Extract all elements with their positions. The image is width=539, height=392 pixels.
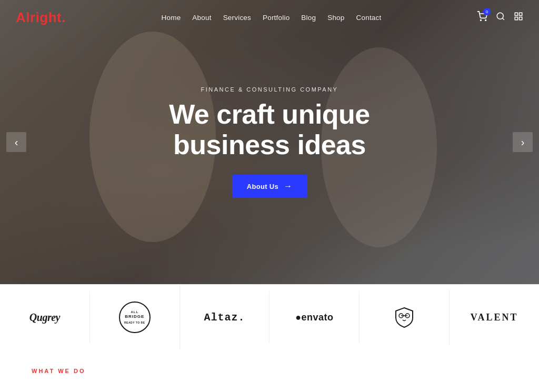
brand-logo-bar: Qugrey ALL BRIDGE READY TO BE Altaz. ●en… [0,284,539,350]
hero-title: We craft unique business ideas [122,99,417,160]
svg-rect-4 [515,13,517,15]
hero-prev-button[interactable]: ‹ [6,132,26,152]
svg-rect-5 [520,13,522,15]
nav-shop[interactable]: Shop [327,14,344,22]
brand-logo-envato: ●envato [270,291,360,344]
site-logo[interactable]: Alright. [16,9,66,26]
section-label-what-we-do: What We Do [32,368,86,374]
hero-subtitle: Finance & Consulting Company [122,86,417,93]
brand-logo-altaz: Altaz. [180,291,270,344]
brand-logo-qugrey: Qugrey [0,291,90,344]
shield-brand-icon [393,306,415,328]
grid-icon[interactable] [514,12,523,24]
brand-logo-shield [360,289,450,345]
hero-content: Finance & Consulting Company We craft un… [122,86,417,198]
svg-rect-7 [520,17,522,20]
nav-portfolio[interactable]: Portfolio [263,14,290,22]
nav-contact[interactable]: Contact [356,14,382,22]
svg-line-3 [502,18,504,19]
hero-next-button[interactable]: › [513,132,533,152]
svg-rect-6 [515,17,517,20]
arrow-icon: → [284,182,292,191]
cart-badge: 0 [483,8,491,15]
hero-cta-label: About Us [247,183,278,190]
logo-text: Alright [16,9,62,25]
nav-services[interactable]: Services [223,14,251,22]
what-we-do-section: What We Do [0,350,539,380]
brand-logo-allbridge: ALL BRIDGE READY TO BE [90,285,180,350]
brand-logo-valent: VALENT [450,291,539,344]
logo-dot: . [62,9,66,25]
search-icon[interactable] [496,12,505,24]
nav-about[interactable]: About [192,14,211,22]
svg-point-1 [485,20,486,21]
cart-icon[interactable]: 0 [477,11,487,24]
svg-point-0 [481,20,482,21]
nav-home[interactable]: Home [162,14,181,22]
main-nav: Home About Services Portfolio Blog Shop … [162,14,382,22]
svg-point-2 [497,13,503,19]
site-header: Alright. Home About Services Portfolio B… [0,0,539,35]
hero-section: ‹ Finance & Consulting Company We craft … [0,0,539,284]
hero-cta-button[interactable]: About Us → [232,175,307,198]
header-actions: 0 [477,11,523,24]
nav-blog[interactable]: Blog [301,14,316,22]
